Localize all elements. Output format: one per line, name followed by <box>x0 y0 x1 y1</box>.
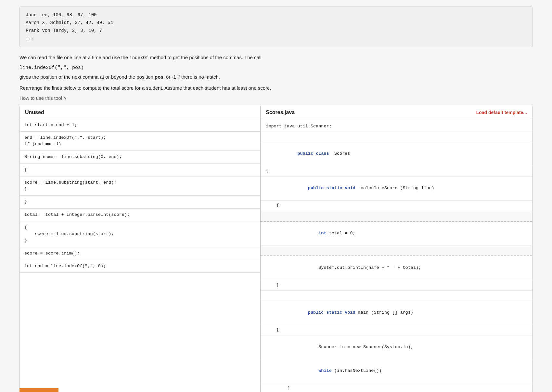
keyword-class: class <box>316 151 329 156</box>
keyword-int: int <box>318 231 326 236</box>
unused-item-text-2: String name = line.substring(0, end); <box>24 154 122 159</box>
code-row: { <box>261 201 532 211</box>
unused-item-text-0: int start = end + 1; <box>24 123 77 127</box>
code-line-3: Frank von Tardy, 2, 3, 10, 7 <box>26 27 526 35</box>
code-content: while (in.hasNextLine()) <box>261 359 532 383</box>
keyword-public: public <box>297 151 313 156</box>
code-content <box>261 132 532 142</box>
code-content: int total = 0; <box>261 222 532 245</box>
keyword-public3: public <box>308 310 324 315</box>
keyword-void2: void <box>345 310 355 315</box>
unused-item-text-7: { score = line.substring(start);} <box>24 225 114 243</box>
unused-panel-header: Unused <box>20 106 260 119</box>
indexof-code: indexOf <box>129 55 148 60</box>
prose-para1-suffix: method to get the positions of the comma… <box>148 55 261 60</box>
code-row: while (in.hasNextLine()) <box>261 359 532 383</box>
unused-item-text-8: score = score.trim(); <box>24 251 80 256</box>
unused-panel: Unused int start = end + 1; end = line.i… <box>20 106 261 392</box>
code-content: { <box>261 201 532 211</box>
how-to-use-toggle[interactable]: How to use this tool ∨ <box>19 95 533 101</box>
scores-code-block: import java.util.Scanner; public class S… <box>261 119 532 392</box>
load-default-button[interactable]: Load default template... <box>476 110 527 115</box>
code-content: public static void main (String [] args) <box>261 301 532 325</box>
unused-item-text-1: end = line.indexOf(",", start);if (end =… <box>24 135 106 147</box>
prose-para2-text: gives the position of the next comma at … <box>19 74 155 80</box>
code-content <box>261 291 532 301</box>
unused-item-text-4: score = line.substring(start, end);} <box>24 180 117 191</box>
code-row <box>261 291 532 301</box>
code-row <box>261 132 532 142</box>
code-row: { <box>261 325 532 335</box>
code-line-1: Jane Lee, 100, 98, 97, 100 <box>26 11 526 19</box>
code-content: { <box>261 325 532 335</box>
list-item[interactable]: String name = line.substring(0, end); <box>20 151 260 163</box>
chevron-down-icon: ∨ <box>64 96 67 100</box>
scores-panel: Scores.java Load default template... imp… <box>261 106 532 392</box>
unused-item-text-3: { <box>24 167 27 172</box>
scores-panel-title: Scores.java <box>266 110 295 115</box>
code-content: Scanner in = new Scanner(System.in); <box>261 335 532 359</box>
unused-items-list: int start = end + 1; end = line.indexOf(… <box>20 119 260 273</box>
unused-item-text-5: } <box>24 199 27 204</box>
drop-content <box>261 245 532 255</box>
list-item[interactable]: { score = line.substring(start);} <box>20 221 260 247</box>
code-row: public static void main (String [] args) <box>261 301 532 325</box>
list-item[interactable]: score = line.substring(start, end);} <box>20 176 260 196</box>
code-row: { <box>261 383 532 392</box>
keyword-void: void <box>345 186 355 190</box>
keyword-static: static <box>327 186 342 190</box>
code-row: public static void calculateScore (Strin… <box>261 176 532 201</box>
keyword-while: while <box>318 368 332 373</box>
prose-para2: gives the position of the next comma at … <box>19 73 533 81</box>
code-row: Scanner in = new Scanner(System.in); <box>261 335 532 359</box>
how-to-use-label: How to use this tool <box>19 95 62 101</box>
prose-para1: We can read the file one line at a time … <box>19 54 533 61</box>
top-code-block: Jane Lee, 100, 98, 97, 100 Aaron X. Schm… <box>19 7 533 47</box>
unused-item-text-6: total = total + Integer.parseInt(score); <box>24 212 130 217</box>
keyword-public2: public <box>308 186 324 190</box>
code-line-4: ... <box>26 34 526 42</box>
list-item[interactable]: int end = line.indexOf(",", 0); <box>20 260 260 273</box>
code-row: int total = 0; <box>261 222 532 246</box>
drop-zone-1[interactable] <box>261 211 532 222</box>
panels-container: Unused int start = end + 1; end = line.i… <box>19 106 533 392</box>
drop-content <box>261 211 532 221</box>
list-item[interactable]: int start = end + 1; <box>20 119 260 132</box>
code-row: import java.util.Scanner; <box>261 122 532 132</box>
list-item[interactable]: score = score.trim(); <box>20 247 260 260</box>
page-wrapper: Jane Lee, 100, 98, 97, 100 Aaron X. Schm… <box>0 0 552 392</box>
prose-para2-suffix: , or -1 if there is no match. <box>163 74 220 80</box>
code-content: import java.util.Scanner; <box>261 122 532 132</box>
code-row: } <box>261 280 532 291</box>
list-item[interactable]: end = line.indexOf(",", start);if (end =… <box>20 132 260 151</box>
keyword-static2: static <box>327 310 342 315</box>
code-content: public static void calculateScore (Strin… <box>261 176 532 200</box>
code-line-2: Aaron X. Schmidt, 37, 42, 49, 54 <box>26 19 526 27</box>
prose-para1-text: We can read the file one line at a time … <box>19 55 129 60</box>
code-content: { <box>261 166 532 176</box>
list-item[interactable]: total = total + Integer.parseInt(score); <box>20 209 260 221</box>
list-item[interactable]: { <box>20 164 260 176</box>
drop-zone-2[interactable] <box>261 245 532 256</box>
list-item[interactable]: } <box>20 196 260 208</box>
code-content: { <box>261 383 532 392</box>
code-content: System.out.println(name + " " + total); <box>261 256 532 280</box>
code-example-line: line.indexOf(",", pos) <box>19 65 533 71</box>
prose-para3: Rearrange the lines below to compute the… <box>19 84 533 92</box>
bottom-bar <box>19 388 58 392</box>
pos-keyword: pos <box>155 74 163 80</box>
scores-panel-header: Scores.java Load default template... <box>261 106 532 119</box>
code-content: } <box>261 280 532 290</box>
code-row: System.out.println(name + " " + total); <box>261 256 532 280</box>
code-content: public class Scores <box>261 142 532 166</box>
code-row: { <box>261 166 532 176</box>
code-row: public class Scores <box>261 142 532 166</box>
unused-item-text-9: int end = line.indexOf(",", 0); <box>24 264 106 268</box>
